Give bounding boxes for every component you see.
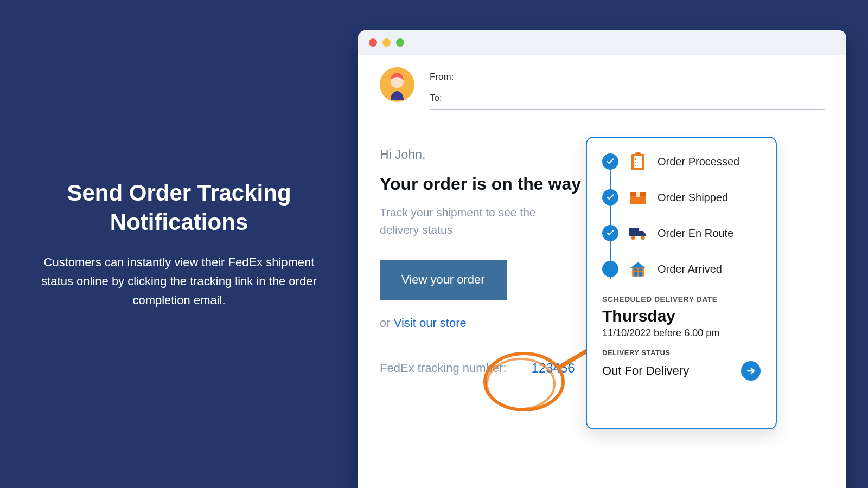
tracking-label: FedEx tracking number: [380,361,507,375]
scheduled-time: 11/10/2022 before 6.00 pm [602,328,761,339]
step-arrived: Order Arrived [602,259,761,279]
view-order-button[interactable]: View your order [380,260,507,300]
marketing-pane: Send Order Tracking Notifications Custom… [0,0,358,488]
avatar [380,67,414,102]
email-subtext: Track your shipment to see the delivery … [380,204,564,238]
step-label: Order Shipped [658,191,728,204]
email-header: From: To: [380,67,825,110]
marketing-title: Send Order Tracking Notifications [33,178,326,237]
window-titlebar [358,30,846,55]
delivery-status-label: DELIVERY STATUS [602,349,761,357]
house-icon [628,259,648,279]
minimize-icon[interactable] [382,38,391,47]
to-field[interactable]: To: [430,88,825,110]
scheduled-day: Thursday [602,307,761,325]
svg-rect-20 [639,268,642,271]
check-icon [602,153,618,170]
tracking-number[interactable]: 123456 [522,357,585,379]
svg-rect-8 [635,165,636,166]
truck-icon [628,223,648,243]
package-icon [628,188,648,207]
or-prefix: or [380,316,394,330]
step-label: Order En Route [658,227,733,240]
marketing-subtitle: Customers can instantly view their FedEx… [38,253,320,310]
svg-rect-7 [635,162,636,163]
svg-point-15 [641,236,644,240]
svg-rect-18 [639,272,642,276]
maximize-icon[interactable] [396,38,404,47]
step-label: Order Processed [658,156,739,168]
tracking-panel: Order Processed Order Shipped Order En R… [586,137,777,429]
step-label: Order Arrived [658,263,722,275]
step-processed: Order Processed [602,152,761,171]
scheduled-date-label: SCHEDULED DELIVERY DATE [602,295,761,304]
svg-rect-17 [634,272,637,276]
close-icon[interactable] [369,38,377,47]
visit-store-link[interactable]: Visit our store [394,316,467,330]
check-icon [602,189,618,206]
clipboard-icon [628,152,648,171]
step-shipped: Order Shipped [602,188,761,207]
dot-icon [602,261,618,277]
arrow-right-icon[interactable] [741,361,761,381]
status-row: Out For Delivery [602,361,761,381]
check-icon [602,225,618,241]
svg-rect-13 [629,228,639,235]
svg-rect-6 [635,158,636,160]
delivery-status-value: Out For Delivery [602,364,689,378]
from-field[interactable]: From: [430,67,825,88]
svg-rect-12 [636,192,640,197]
svg-point-14 [631,236,635,240]
step-enroute: Order En Route [602,223,761,243]
svg-rect-9 [635,152,641,156]
svg-rect-19 [634,268,637,271]
svg-rect-16 [632,267,644,276]
